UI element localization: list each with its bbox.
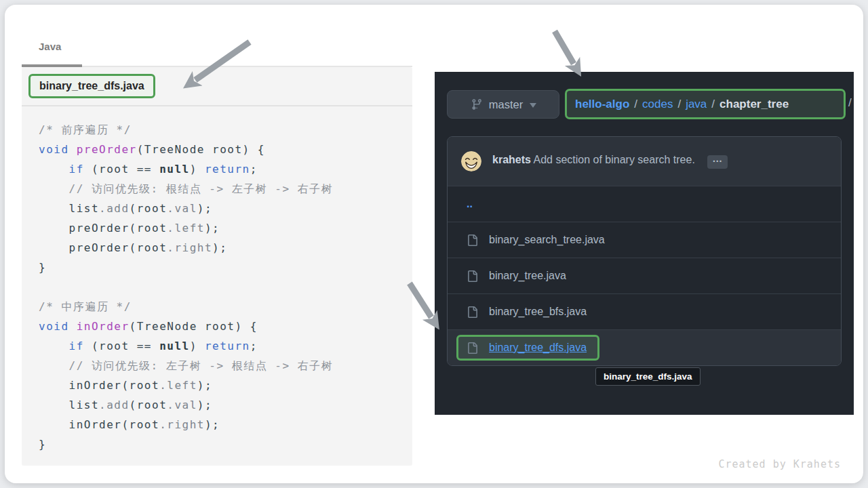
code-line: void preOrder(TreeNode root) {: [39, 140, 412, 159]
git-branch-icon: [470, 98, 482, 110]
branch-selector-button[interactable]: master: [447, 90, 559, 119]
code-line: }: [39, 434, 412, 454]
commit-author-link[interactable]: krahets: [492, 154, 531, 165]
link-tooltip: binary_tree_dfs.java: [595, 367, 701, 386]
file-row-binary-tree-dfs[interactable]: binary_tree_dfs.java: [448, 329, 841, 365]
code-block: /* 前序遍历 */void preOrder(TreeNode root) {…: [22, 106, 412, 454]
commit-message[interactable]: Add section of binary search tree.: [533, 154, 694, 165]
code-line: void inOrder(TreeNode root) {: [39, 317, 412, 336]
breadcrumb-java-link[interactable]: java: [686, 98, 707, 111]
breadcrumb-current-folder: chapter_tree: [719, 98, 789, 111]
code-line: list.add(root.val);: [39, 199, 412, 218]
parent-directory-row[interactable]: ..: [448, 186, 841, 222]
file-link-binary-tree-dfs[interactable]: binary_tree_dfs.java: [489, 342, 587, 354]
parent-directory-link[interactable]: ..: [467, 198, 473, 210]
file-name[interactable]: binary_tree_bfs.java: [489, 306, 587, 318]
code-line: }: [39, 258, 412, 277]
code-line: list.add(root.val);: [39, 395, 412, 415]
avatar[interactable]: [461, 151, 481, 171]
code-line: preOrder(root.left);: [39, 218, 412, 238]
breadcrumb-separator: /: [634, 98, 637, 111]
code-line: [39, 277, 412, 297]
code-line: // 访问优先级: 根结点 -> 左子树 -> 右子树: [39, 179, 412, 199]
breadcrumb-highlight-box: hello-algo / codes / java / chapter_tree: [565, 89, 846, 119]
code-line: inOrder(root.left);: [39, 375, 412, 395]
commit-text: krahets Add section of binary search tre…: [492, 154, 728, 169]
breadcrumb-separator: /: [711, 98, 715, 111]
tab-java[interactable]: Java: [39, 41, 61, 52]
filename-highlight-box: binary_tree_dfs.java: [28, 74, 155, 98]
code-line: if (root == null) return;: [39, 336, 412, 356]
breadcrumb-codes-link[interactable]: codes: [642, 98, 673, 111]
github-file-browser: master hello-algo / codes / java / chapt…: [435, 72, 854, 415]
chevron-down-icon: [530, 103, 536, 111]
file-list-container: krahets Add section of binary search tre…: [447, 136, 842, 366]
file-row-binary-search-tree[interactable]: binary_search_tree.java: [448, 222, 841, 258]
code-filename-header: binary_tree_dfs.java: [22, 67, 412, 106]
breadcrumb-trailing-slash: /: [848, 96, 852, 110]
file-icon: [467, 235, 478, 246]
file-row-binary-tree-bfs[interactable]: binary_tree_bfs.java: [448, 293, 841, 329]
code-line: preOrder(root.right);: [39, 238, 412, 258]
breadcrumb-separator: /: [677, 98, 681, 111]
latest-commit-row: krahets Add section of binary search tre…: [448, 137, 841, 186]
file-highlight-box: binary_tree_dfs.java: [456, 335, 599, 361]
code-line: if (root == null) return;: [39, 159, 412, 179]
commit-ellipsis-button[interactable]: …: [707, 155, 728, 169]
branch-name: master: [489, 98, 523, 111]
watermark: Created by Krahets: [718, 458, 841, 470]
code-line: /* 中序遍历 */: [39, 297, 412, 317]
file-icon: [467, 270, 478, 282]
file-row-binary-tree[interactable]: binary_tree.java: [448, 258, 841, 293]
breadcrumb-repo-link[interactable]: hello-algo: [575, 98, 629, 111]
code-line: // 访问优先级: 左子树 -> 根结点 -> 右子树: [39, 356, 412, 375]
file-name[interactable]: binary_tree.java: [489, 270, 566, 282]
filename-label: binary_tree_dfs.java: [39, 80, 144, 92]
code-line: inOrder(root.right);: [39, 415, 412, 434]
file-icon: [467, 306, 478, 318]
file-name[interactable]: binary_search_tree.java: [489, 234, 605, 246]
code-panel: binary_tree_dfs.java /* 前序遍历 */void preO…: [22, 67, 412, 466]
file-icon: [467, 342, 478, 354]
code-line: /* 前序遍历 */: [39, 120, 412, 140]
